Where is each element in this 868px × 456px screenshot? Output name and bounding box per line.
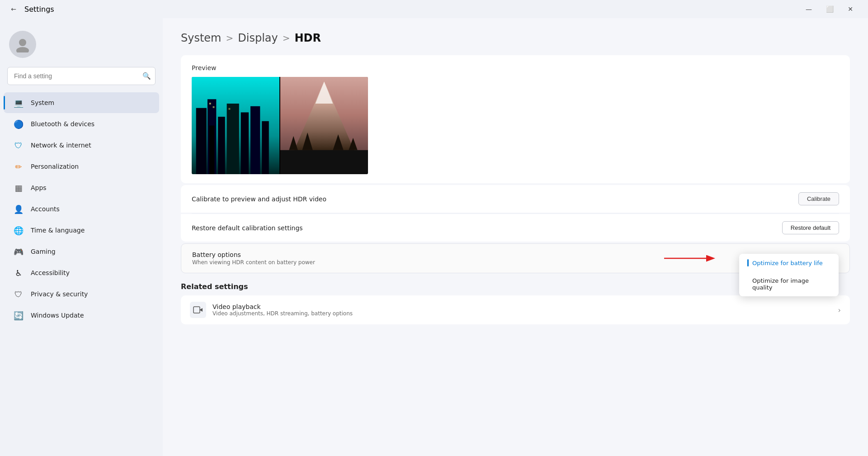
dropdown-image-quality-label: Optimize for image quality [752,277,830,291]
calibrate-row: Calibrate to preview and adjust HDR vide… [181,185,850,213]
svg-rect-9 [262,121,269,174]
nav-icon-personalization: ✏️ [13,161,24,172]
avatar [9,31,36,58]
dropdown-item-image-quality[interactable]: Optimize for image quality [739,272,839,296]
breadcrumb-hdr: HDR [295,32,321,44]
sidebar-item-system[interactable]: 💻 System [4,92,159,113]
preview-left [192,77,279,174]
nav-icon-bluetooth: 🔵 [13,118,24,130]
nav-icon-network: 🛡 [13,139,24,151]
svg-rect-10 [209,126,215,175]
search-box: 🔍 [7,67,156,85]
sidebar-item-personalization[interactable]: ✏️ Personalization [4,156,159,177]
nav-label-personalization: Personalization [31,163,79,170]
preview-image [192,77,368,174]
profile-section [0,24,163,67]
back-button[interactable]: ← [7,3,20,15]
nav-icon-apps: ▦ [13,182,24,194]
nav-label-gaming: Gaming [31,248,56,255]
breadcrumb-sep1: > [226,33,234,43]
sidebar-nav: 💻 System 🔵 Bluetooth & devices 🛡 Network… [0,92,163,326]
restore-button[interactable]: Restore default [782,221,839,234]
main-content: System > Display > HDR Preview [163,18,868,456]
preview-card: Preview [181,55,850,183]
breadcrumb: System > Display > HDR [181,32,850,44]
nav-label-time: Time & language [31,227,85,234]
video-icon [190,302,206,318]
sidebar-item-time[interactable]: 🌐 Time & language [4,220,159,241]
svg-rect-11 [209,103,211,104]
battery-options-row: Battery options When viewing HDR content… [181,243,850,273]
preview-label: Preview [192,64,839,71]
nav-icon-accounts: 👤 [13,203,24,215]
calibrate-label: Calibrate to preview and adjust HDR vide… [192,195,791,203]
svg-rect-24 [193,307,200,313]
nav-label-apps: Apps [31,184,47,191]
nav-label-update: Windows Update [31,312,84,319]
calibrate-button[interactable]: Calibrate [798,192,839,205]
sidebar-item-privacy[interactable]: 🛡 Privacy & security [4,284,159,304]
maximize-button[interactable]: ⬜ [819,2,840,16]
minimize-button[interactable]: — [798,2,819,16]
nav-label-accessibility: Accessibility [31,269,70,276]
svg-rect-7 [241,112,249,174]
close-button[interactable]: ✕ [840,2,861,16]
sidebar-item-network[interactable]: 🛡 Network & internet [4,135,159,156]
nav-label-bluetooth: Bluetooth & devices [31,120,94,128]
breadcrumb-system[interactable]: System [181,32,222,44]
nav-icon-system: 💻 [13,97,24,109]
sidebar-item-accessibility[interactable]: ♿ Accessibility [4,262,159,283]
sidebar: 🔍 💻 System 🔵 Bluetooth & devices 🛡 Netwo… [0,18,163,456]
search-icon: 🔍 [142,72,151,80]
app-window: 🔍 💻 System 🔵 Bluetooth & devices 🛡 Netwo… [0,18,868,456]
chevron-right-icon: › [838,306,841,314]
restore-label: Restore default calibration settings [192,224,775,232]
window-controls: — ⬜ ✕ [798,2,861,16]
sidebar-item-gaming[interactable]: 🎮 Gaming [4,241,159,262]
restore-row: Restore default calibration settings Res… [181,214,850,242]
dropdown-battery-life-label: Optimize for battery life [752,260,823,266]
nav-label-accounts: Accounts [31,205,60,213]
selected-indicator [747,259,749,266]
nav-icon-update: 🔄 [13,309,24,321]
dropdown-item-battery-life[interactable]: Optimize for battery life [739,254,839,272]
svg-rect-8 [250,106,260,174]
video-text: Video playback Video adjustments, HDR st… [212,303,832,317]
search-input[interactable] [7,67,156,85]
video-title: Video playback [212,303,832,310]
nav-icon-accessibility: ♿ [13,267,24,279]
sidebar-item-apps[interactable]: ▦ Apps [4,177,159,198]
svg-rect-6 [227,104,239,174]
video-subtitle: Video adjustments, HDR streaming, batter… [212,310,832,317]
titlebar: ← Settings — ⬜ ✕ [0,0,868,18]
sidebar-item-update[interactable]: 🔄 Windows Update [4,305,159,326]
svg-point-0 [19,39,26,46]
sidebar-item-bluetooth[interactable]: 🔵 Bluetooth & devices [4,114,159,134]
svg-rect-3 [196,108,207,174]
preview-right [280,77,368,174]
svg-point-1 [16,47,29,52]
nav-label-network: Network & internet [31,142,91,149]
breadcrumb-sep2: > [283,33,290,43]
breadcrumb-display[interactable]: Display [238,32,278,44]
nav-icon-time: 🌐 [13,224,24,236]
svg-rect-13 [228,108,230,110]
nav-icon-privacy: 🛡 [13,288,24,300]
nav-label-privacy: Privacy & security [31,290,88,298]
svg-rect-17 [280,150,368,174]
video-playback-row[interactable]: Video playback Video adjustments, HDR st… [181,295,850,324]
nav-label-system: System [31,99,54,106]
svg-rect-5 [218,117,225,174]
app-title: Settings [24,5,54,14]
nav-icon-gaming: 🎮 [13,246,24,257]
battery-dropdown[interactable]: Optimize for battery life Optimize for i… [739,254,839,296]
sidebar-item-accounts[interactable]: 👤 Accounts [4,199,159,219]
svg-rect-12 [213,106,215,108]
